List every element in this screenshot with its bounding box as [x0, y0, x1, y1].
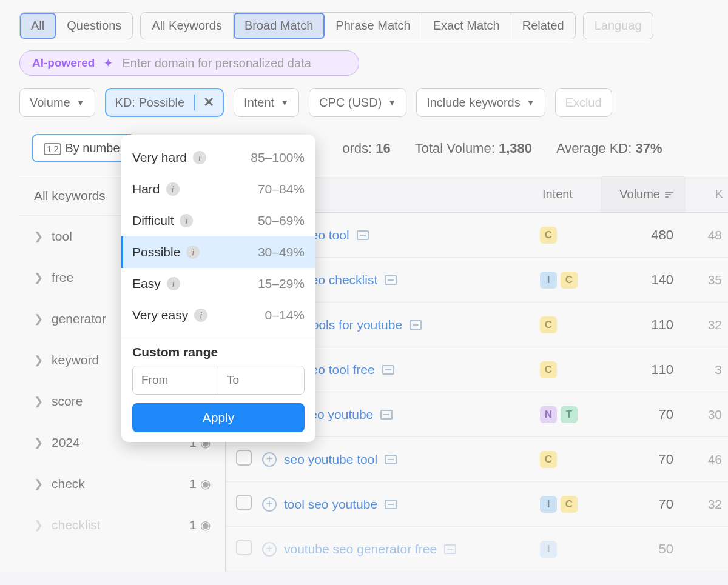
info-icon[interactable]: i [193, 151, 206, 164]
filter-cpc[interactable]: CPC (USD) ▼ [309, 88, 406, 117]
tab-exact-match[interactable]: Exact Match [422, 13, 511, 39]
filter-kd[interactable]: KD: Possible ✕ [105, 88, 224, 117]
intent-badge-C: C [540, 451, 557, 468]
chevron-down-icon: ▼ [76, 98, 85, 107]
chevron-down-icon: ▼ [527, 98, 535, 107]
intent-cell: IC [540, 496, 601, 513]
serp-icon[interactable] [385, 500, 397, 509]
row-checkbox[interactable] [226, 495, 262, 513]
serp-icon[interactable] [385, 275, 397, 285]
domain-input[interactable] [122, 56, 352, 70]
intent-cell: IC [540, 272, 601, 289]
filter-volume-label: Volume [30, 96, 70, 110]
intent-badge-I: I [540, 541, 557, 558]
filter-cpc-label: CPC (USD) [319, 96, 382, 110]
tab-group-match: All Keywords Broad Match Phrase Match Ex… [140, 12, 575, 39]
filter-include[interactable]: Include keywords ▼ [416, 88, 545, 117]
close-icon[interactable]: ✕ [194, 95, 223, 110]
tab-all-keywords[interactable]: All Keywords [141, 13, 234, 39]
serp-icon[interactable] [410, 320, 422, 330]
summary-volume: Total Volume: 1,380 [415, 141, 532, 156]
intent-badge-C: C [540, 361, 557, 378]
intent-badge-C: C [540, 316, 557, 333]
table-row: +seo youtube tool C 70 46 [226, 437, 728, 482]
summary-keywords: ords: 16 [342, 141, 391, 156]
tab-all[interactable]: All [20, 13, 56, 39]
sidebar-item-checklist[interactable]: ❯checklist1◉ [19, 504, 225, 546]
apply-button[interactable]: Apply [132, 403, 305, 432]
filter-volume[interactable]: Volume ▼ [19, 88, 95, 117]
intent-cell: NT [540, 406, 601, 423]
filter-kd-label: KD: Possible [115, 96, 185, 110]
info-icon[interactable]: i [194, 309, 207, 322]
row-checkbox[interactable] [226, 540, 262, 558]
kd-cell: 48 [686, 228, 728, 242]
kd-option-label: Hard [132, 182, 160, 196]
kd-option-label: Possible [132, 245, 180, 259]
kd-option-very-easy[interactable]: Very easyi0–14% [121, 299, 315, 331]
info-icon[interactable]: i [180, 214, 193, 227]
tab-group-language: Languag [583, 12, 653, 39]
serp-icon[interactable] [382, 365, 394, 375]
kd-option-possible[interactable]: Possiblei30–49% [121, 236, 315, 268]
col-intent[interactable]: Intent [540, 176, 601, 212]
tab-phrase-match[interactable]: Phrase Match [325, 13, 422, 39]
sidebar-item-label: score [52, 394, 83, 409]
plus-icon[interactable]: + [262, 452, 277, 467]
range-to-input[interactable] [218, 366, 304, 394]
tab-broad-match[interactable]: Broad Match [234, 13, 325, 39]
col-kd[interactable]: K [686, 176, 728, 212]
volume-cell: 110 [601, 317, 686, 333]
serp-icon[interactable] [357, 230, 369, 240]
by-number-button[interactable]: 1 2By number [32, 134, 136, 162]
kd-option-very-hard[interactable]: Very hardi85–100% [121, 142, 315, 173]
info-icon[interactable]: i [186, 246, 200, 259]
kd-option-range: 85–100% [251, 150, 305, 165]
intent-badge-C: C [540, 227, 557, 244]
kd-option-range: 15–29% [258, 276, 305, 291]
kd-cell: 35 [686, 273, 728, 287]
chevron-right-icon: ❯ [34, 353, 43, 367]
tab-questions[interactable]: Questions [56, 13, 132, 39]
plus-icon[interactable]: + [262, 497, 277, 512]
info-icon[interactable]: i [166, 182, 180, 196]
intent-badge-T: T [561, 406, 578, 423]
kd-cell: 32 [686, 318, 728, 332]
kd-option-range: 70–84% [258, 182, 305, 196]
kd-option-hard[interactable]: Hardi70–84% [121, 173, 315, 205]
range-from-input[interactable] [133, 366, 218, 394]
keyword-link[interactable]: +tool seo youtube [262, 497, 540, 512]
volume-cell: 70 [601, 452, 686, 467]
row-checkbox[interactable] [226, 450, 262, 469]
intent-badge-N: N [540, 406, 557, 423]
eye-icon: ◉ [200, 476, 211, 491]
filter-include-label: Include keywords [426, 96, 521, 110]
plus-icon[interactable]: + [262, 542, 277, 557]
kd-option-easy[interactable]: Easyi15–29% [121, 268, 315, 299]
sidebar-item-check[interactable]: ❯check1◉ [19, 463, 225, 504]
intent-cell: C [540, 451, 601, 468]
filter-exclude[interactable]: Exclud [555, 88, 612, 117]
kd-option-range: 0–14% [265, 308, 305, 323]
col-volume[interactable]: Volume [601, 176, 686, 212]
chevron-right-icon: ❯ [34, 271, 43, 284]
kd-option-difficult[interactable]: Difficulti50–69% [121, 205, 315, 236]
serp-icon[interactable] [444, 544, 456, 554]
ai-label: AI-powered [32, 56, 95, 70]
sidebar-item-label: 2024 [52, 435, 80, 450]
filter-intent[interactable]: Intent ▼ [234, 88, 299, 117]
intent-cell: C [540, 227, 601, 244]
tab-language[interactable]: Languag [584, 13, 653, 39]
filter-exclude-label: Exclud [565, 96, 602, 110]
serp-icon[interactable] [385, 455, 397, 464]
serp-icon[interactable] [380, 410, 393, 420]
volume-cell: 70 [601, 407, 686, 423]
info-icon[interactable]: i [167, 277, 180, 290]
tab-related[interactable]: Related [511, 13, 575, 39]
volume-cell: 140 [601, 272, 686, 288]
keyword-link[interactable]: +seo youtube tool [262, 452, 540, 467]
intent-cell: C [540, 361, 601, 378]
filter-bar: Volume ▼ KD: Possible ✕ Intent ▼ CPC (US… [19, 88, 728, 117]
keyword-link[interactable]: +voutube seo generator free [262, 542, 540, 557]
table-row: +tool seo youtube IC 70 32 [226, 482, 728, 527]
